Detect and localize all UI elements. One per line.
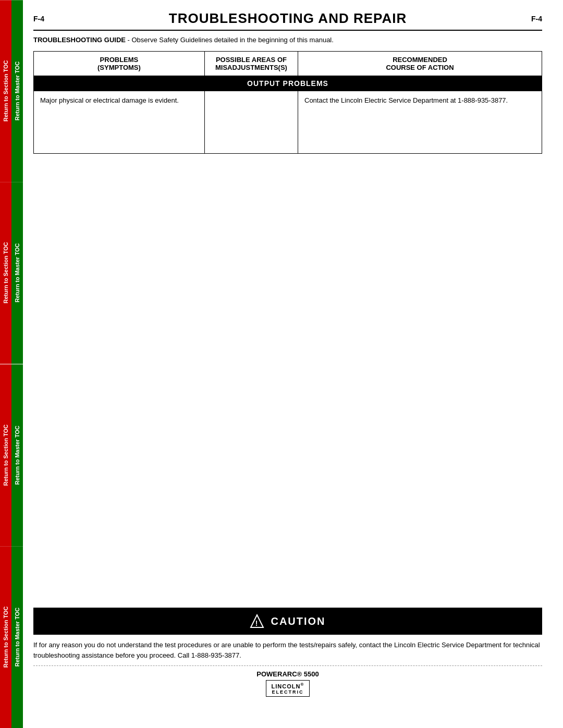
- guide-label: TROUBLESHOOTING GUIDE: [33, 36, 126, 44]
- guide-description: - Observe Safety Guidelines detailed in …: [126, 36, 334, 44]
- return-master-toc-3[interactable]: Return to Master TOC: [11, 364, 23, 546]
- caution-box: ! CAUTION: [33, 608, 542, 635]
- col-header-symptoms: PROBLEMS(SYMPTOMS): [34, 52, 205, 76]
- page-number-right: F-4: [531, 15, 542, 23]
- return-section-toc-1[interactable]: Return to Section TOC: [0, 0, 11, 182]
- dashed-divider: [33, 665, 542, 666]
- bottom-section: ! CAUTION If for any reason you do not u…: [33, 608, 542, 697]
- side-tab-col-green: Return to Master TOC Return to Master TO…: [11, 0, 23, 728]
- side-tabs: Return to Section TOC Return to Section …: [0, 0, 23, 728]
- caution-label: CAUTION: [271, 615, 325, 627]
- return-section-toc-2[interactable]: Return to Section TOC: [0, 182, 11, 364]
- caution-text: If for any reason you do not understand …: [33, 640, 542, 660]
- col-header-misadjustments: POSSIBLE AREAS OFMISADJUSTMENTS(S): [204, 52, 298, 76]
- cell-misadjustments: [204, 91, 298, 154]
- return-master-toc-4[interactable]: Return to Master TOC: [11, 546, 23, 728]
- brand-name: LINCOLN: [272, 683, 301, 689]
- lincoln-sub: ELECTRIC: [272, 689, 304, 695]
- page-number-left: F-4: [33, 15, 44, 23]
- section-header-row: OUTPUT PROBLEMS: [34, 76, 542, 91]
- page-footer: POWERARC® 5500 LINCOLN® ELECTRIC: [33, 670, 542, 697]
- svg-text:!: !: [255, 619, 259, 627]
- table-row: Major physical or electrical damage is e…: [34, 91, 542, 154]
- page-title: TROUBLESHOOTING AND REPAIR: [44, 10, 531, 27]
- footer-product: POWERARC® 5500: [33, 670, 542, 678]
- caution-triangle-icon: !: [250, 614, 264, 628]
- cell-action: Contact the Lincoln Electric Service Dep…: [298, 91, 542, 154]
- return-master-toc-2[interactable]: Return to Master TOC: [11, 182, 23, 364]
- troubleshooting-table: PROBLEMS(SYMPTOMS) POSSIBLE AREAS OFMISA…: [33, 51, 542, 154]
- section-header-label: OUTPUT PROBLEMS: [34, 76, 542, 91]
- return-master-toc-1[interactable]: Return to Master TOC: [11, 0, 23, 182]
- lincoln-logo: LINCOLN® ELECTRIC: [266, 680, 310, 697]
- side-tab-col-red: Return to Section TOC Return to Section …: [0, 0, 11, 728]
- main-content: F-4 TROUBLESHOOTING AND REPAIR F-4 TROUB…: [23, 0, 563, 728]
- cell-symptom: Major physical or electrical damage is e…: [34, 91, 205, 154]
- return-section-toc-4[interactable]: Return to Section TOC: [0, 546, 11, 728]
- col-header-action: RECOMMENDEDCOURSE OF ACTION: [298, 52, 542, 76]
- lincoln-brand: LINCOLN®: [272, 683, 304, 689]
- page-header: F-4 TROUBLESHOOTING AND REPAIR F-4: [33, 10, 542, 31]
- return-section-toc-3[interactable]: Return to Section TOC: [0, 364, 11, 546]
- guide-text: TROUBLESHOOTING GUIDE - Observe Safety G…: [33, 36, 542, 44]
